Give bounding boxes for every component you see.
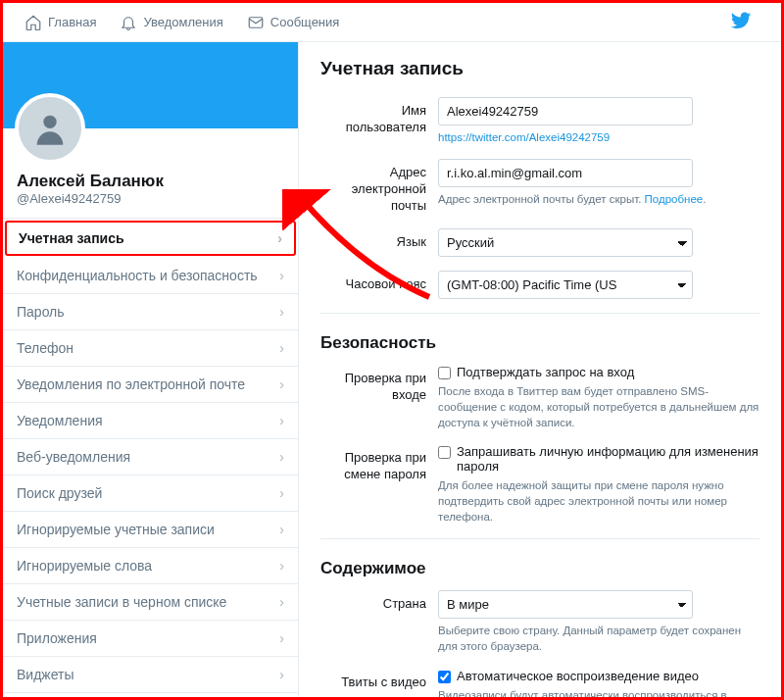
menu-item-label: Поиск друзей <box>17 485 102 501</box>
email-label: Адрес электронной почты <box>320 159 438 215</box>
language-select[interactable]: Русский <box>438 228 693 257</box>
menu-privacy[interactable]: Конфиденциальность и безопасность› <box>3 258 298 294</box>
menu-password[interactable]: Пароль› <box>3 294 298 330</box>
menu-item-label: Игнорируемые слова <box>17 558 152 574</box>
chevron-right-icon: › <box>279 304 284 320</box>
profile-name: Алексей Баланюк <box>17 172 286 191</box>
svg-point-1 <box>43 116 56 128</box>
menu-phone[interactable]: Телефон› <box>3 330 298 367</box>
nav-messages-label: Сообщения <box>270 15 340 29</box>
security-heading: Безопасность <box>320 333 760 353</box>
menu-account[interactable]: Учетная запись › <box>5 221 296 256</box>
menu-item-label: Игнорируемые учетные записи <box>17 522 215 537</box>
top-navigation: Главная Уведомления Сообщения <box>3 3 781 42</box>
bell-icon <box>120 14 137 31</box>
country-help: Выберите свою страну. Данный параметр бу… <box>438 623 760 654</box>
username-input[interactable] <box>438 97 693 125</box>
nav-home-label: Главная <box>48 15 96 29</box>
password-verify-help: Для более надежной защиты при смене паро… <box>438 477 760 525</box>
menu-web-notif[interactable]: Веб-уведомления› <box>3 439 298 475</box>
menu-item-label: Виджеты <box>17 667 74 682</box>
sidebar: Алексей Баланюк @Alexei49242759 Учетная … <box>3 42 299 697</box>
video-help: Видеозаписи будут автоматически воспроиз… <box>438 687 760 697</box>
nav-notifications-label: Уведомления <box>143 15 222 29</box>
autoplay-checkbox[interactable] <box>438 671 451 683</box>
chevron-right-icon: › <box>279 485 284 501</box>
page-title: Учетная запись <box>320 58 760 79</box>
content-panel: Учетная запись Имя пользователя https://… <box>299 42 781 697</box>
menu-your-data[interactable]: Ваши данные в Твиттере› <box>3 693 298 697</box>
menu-blocked[interactable]: Учетные записи в черном списке› <box>3 584 298 621</box>
email-more-link[interactable]: Подробнее <box>645 193 704 205</box>
profile-header <box>3 42 298 128</box>
twitter-logo[interactable] <box>730 10 752 34</box>
email-help-text: Адрес электронной почты будет скрыт. <box>438 193 641 205</box>
password-verify-checkbox[interactable] <box>438 446 451 459</box>
menu-email-notif[interactable]: Уведомления по электронной почте› <box>3 367 298 403</box>
svg-rect-0 <box>249 17 263 27</box>
chevron-right-icon: › <box>279 376 284 392</box>
password-verify-label: Проверка при смене пароля <box>320 444 438 483</box>
username-label: Имя пользователя <box>320 97 438 136</box>
twitter-icon <box>730 10 752 31</box>
menu-item-label: Конфиденциальность и безопасность <box>17 268 258 283</box>
password-verify-check-label: Запрашивать личную информацию для измене… <box>457 444 760 474</box>
menu-muted-accounts[interactable]: Игнорируемые учетные записи› <box>3 512 298 548</box>
menu-item-label: Пароль <box>17 304 65 320</box>
chevron-right-icon: › <box>279 413 284 428</box>
country-label: Страна <box>320 590 438 613</box>
country-select[interactable]: В мире <box>438 590 693 619</box>
profile-handle: @Alexei49242759 <box>17 191 286 206</box>
menu-item-label: Веб-уведомления <box>17 449 130 465</box>
mail-icon <box>247 14 265 31</box>
autoplay-check-label: Автоматическое воспроизведение видео <box>457 669 699 683</box>
menu-item-label: Уведомления по электронной почте <box>17 376 245 392</box>
menu-item-label: Телефон <box>17 340 74 356</box>
menu-item-label: Учетная запись <box>19 230 124 246</box>
nav-messages[interactable]: Сообщения <box>235 14 352 31</box>
menu-item-label: Приложения <box>17 630 97 646</box>
menu-find-friends[interactable]: Поиск друзей› <box>3 475 298 512</box>
chevron-right-icon: › <box>279 522 284 537</box>
timezone-label: Часовой пояс <box>320 271 438 293</box>
chevron-right-icon: › <box>279 667 284 682</box>
chevron-right-icon: › <box>279 449 284 465</box>
home-icon <box>24 14 42 31</box>
chevron-right-icon: › <box>279 630 284 646</box>
login-verify-checkbox[interactable] <box>438 367 451 379</box>
chevron-right-icon: › <box>277 230 282 246</box>
chevron-right-icon: › <box>279 340 284 356</box>
menu-widgets[interactable]: Виджеты› <box>3 657 298 693</box>
settings-menu: Учетная запись › Конфиденциальность и бе… <box>3 218 298 697</box>
divider <box>320 313 760 314</box>
login-verify-help: После входа в Твиттер вам будет отправле… <box>438 383 760 430</box>
login-verify-check-label: Подтверждать запрос на вход <box>457 365 634 379</box>
menu-muted-words[interactable]: Игнорируемые слова› <box>3 548 298 584</box>
chevron-right-icon: › <box>279 594 284 610</box>
menu-notifications[interactable]: Уведомления› <box>3 403 298 439</box>
divider <box>320 538 760 539</box>
chevron-right-icon: › <box>279 558 284 574</box>
chevron-right-icon: › <box>279 268 284 283</box>
language-label: Язык <box>320 228 438 251</box>
timezone-select[interactable]: (GMT-08:00) Pacific Time (US <box>438 271 693 299</box>
avatar[interactable] <box>15 93 85 164</box>
person-icon <box>30 109 70 148</box>
nav-home[interactable]: Главная <box>13 14 108 31</box>
menu-item-label: Уведомления <box>17 413 103 428</box>
profile-url-link[interactable]: https://twitter.com/Alexei49242759 <box>438 131 610 143</box>
menu-item-label: Учетные записи в черном списке <box>17 594 226 610</box>
login-verify-label: Проверка при входе <box>320 365 438 404</box>
video-label: Твиты с видео <box>320 669 438 691</box>
menu-apps[interactable]: Приложения› <box>3 621 298 657</box>
content-heading: Содержимое <box>320 559 760 578</box>
nav-notifications[interactable]: Уведомления <box>108 14 234 31</box>
email-input[interactable] <box>438 159 693 187</box>
